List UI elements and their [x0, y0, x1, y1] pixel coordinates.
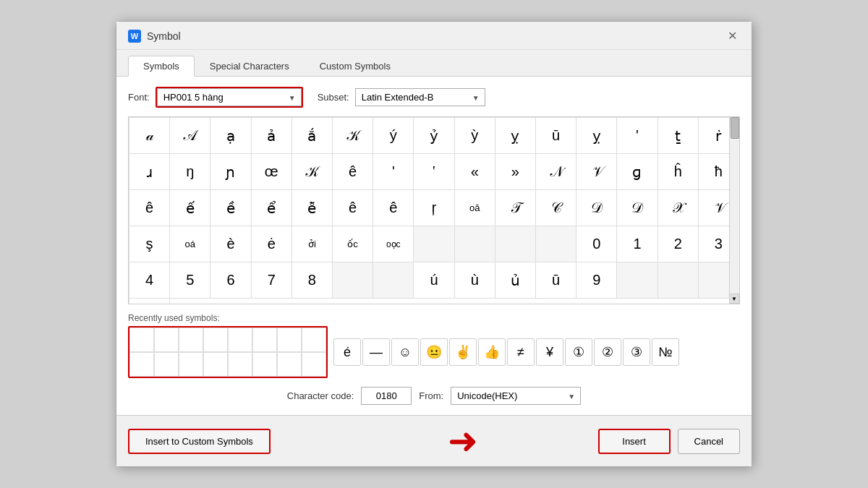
- char-cell[interactable]: ỳ: [455, 118, 495, 154]
- char-cell[interactable]: [414, 226, 454, 262]
- char-cell[interactable]: ú: [414, 262, 454, 299]
- char-cell[interactable]: 2: [658, 226, 699, 262]
- char-cell[interactable]: 1: [617, 226, 658, 262]
- char-cell[interactable]: oá: [170, 226, 210, 262]
- char-cell[interactable]: 𝒟: [576, 190, 617, 226]
- char-cell[interactable]: ɹ: [129, 154, 170, 190]
- font-select[interactable]: HP001 5 hàng: [157, 88, 302, 106]
- char-cell[interactable]: ỵ: [576, 118, 617, 154]
- char-cell[interactable]: 9: [576, 262, 617, 299]
- char-cell[interactable]: [536, 226, 576, 262]
- symbol-smile[interactable]: ☺: [391, 338, 419, 366]
- char-cell[interactable]: ŗ: [414, 190, 454, 226]
- char-cell[interactable]: ễ: [292, 190, 333, 226]
- symbol-numero[interactable]: №: [652, 338, 679, 366]
- symbol-neutral-face[interactable]: 😐: [420, 338, 448, 366]
- recent-cell[interactable]: [228, 328, 252, 352]
- char-cell[interactable]: ė: [252, 226, 292, 262]
- char-cell[interactable]: 7: [252, 262, 292, 299]
- char-cell[interactable]: [658, 262, 699, 299]
- symbol-yen[interactable]: ¥: [536, 338, 563, 366]
- char-cell[interactable]: «: [455, 154, 495, 190]
- char-cell[interactable]: oă: [455, 190, 495, 226]
- symbol-dash[interactable]: —: [362, 338, 390, 366]
- char-cell[interactable]: ù: [455, 262, 495, 299]
- recent-cell[interactable]: [252, 352, 277, 377]
- symbol-circle-1[interactable]: ①: [565, 338, 592, 366]
- recent-cell[interactable]: [277, 328, 302, 352]
- char-cell[interactable]: ốc: [333, 226, 373, 262]
- char-cell[interactable]: [617, 262, 658, 299]
- char-cell[interactable]: 𝒱: [576, 154, 617, 190]
- char-cell[interactable]: 𝒞: [536, 190, 576, 226]
- char-cell[interactable]: 𝒜: [170, 118, 210, 154]
- tab-symbols[interactable]: Symbols: [128, 56, 195, 77]
- char-cell[interactable]: ê: [333, 190, 373, 226]
- char-cell[interactable]: 5: [170, 262, 210, 299]
- tab-special-characters[interactable]: Special Characters: [195, 56, 305, 76]
- recent-cell[interactable]: [203, 352, 228, 377]
- recent-cell[interactable]: [154, 352, 179, 377]
- recent-cell[interactable]: [179, 352, 203, 377]
- char-cell[interactable]: ể: [252, 190, 292, 226]
- char-cell[interactable]: ɡ: [617, 154, 658, 190]
- symbol-e-acute[interactable]: é: [333, 338, 361, 366]
- char-cell[interactable]: 𝒩: [536, 154, 576, 190]
- char-cell[interactable]: ả: [252, 118, 292, 154]
- char-cell[interactable]: è: [210, 226, 251, 262]
- char-cell[interactable]: 𝒦: [333, 118, 373, 154]
- char-cell[interactable]: ŋ: [170, 154, 210, 190]
- char-cell[interactable]: ĥ: [658, 154, 699, 190]
- char-cell[interactable]: ế: [170, 190, 210, 226]
- close-button[interactable]: ✕: [725, 29, 740, 43]
- scroll-down-button[interactable]: ▼: [729, 294, 739, 304]
- recent-cell[interactable]: [154, 328, 179, 352]
- symbol-peace[interactable]: ✌: [449, 338, 477, 366]
- char-cell[interactable]: [495, 226, 536, 262]
- symbol-not-equal[interactable]: ≠: [507, 338, 535, 366]
- recent-cell[interactable]: [203, 328, 228, 352]
- from-select[interactable]: Unicode(HEX): [451, 387, 581, 405]
- char-cell[interactable]: ủ: [495, 262, 536, 299]
- char-cell[interactable]: ū: [536, 118, 576, 154]
- recent-cell[interactable]: [228, 352, 252, 377]
- char-cell[interactable]: 0: [576, 226, 617, 262]
- char-cell[interactable]: 𝒯: [495, 190, 536, 226]
- char-cell[interactable]: ê: [373, 190, 414, 226]
- char-cell[interactable]: [455, 226, 495, 262]
- char-cell[interactable]: »: [495, 154, 536, 190]
- char-cell[interactable]: ề: [210, 190, 251, 226]
- recent-cell[interactable]: [129, 328, 154, 352]
- char-cell[interactable]: ỵ: [495, 118, 536, 154]
- char-cell[interactable]: ū: [536, 262, 576, 299]
- char-cell[interactable]: [333, 262, 373, 299]
- char-cell[interactable]: ': [373, 154, 414, 190]
- symbol-thumbsup[interactable]: 👍: [478, 338, 506, 366]
- scrollbar-thumb[interactable]: [731, 117, 739, 139]
- char-cell[interactable]: 𝒶: [129, 118, 170, 154]
- char-cell[interactable]: 6: [210, 262, 251, 299]
- char-cell[interactable]: ṯ: [658, 118, 699, 154]
- symbol-circle-3[interactable]: ③: [623, 338, 650, 366]
- char-cell[interactable]: ê: [333, 154, 373, 190]
- char-code-input[interactable]: [361, 387, 412, 405]
- char-cell[interactable]: ạ: [210, 118, 251, 154]
- cancel-button[interactable]: Cancel: [678, 429, 740, 454]
- char-cell[interactable]: [373, 262, 414, 299]
- insert-to-custom-button[interactable]: Insert to Custom Symbols: [128, 429, 271, 454]
- char-cell[interactable]: œ: [252, 154, 292, 190]
- char-cell[interactable]: 𝒳: [658, 190, 699, 226]
- char-cell[interactable]: ò: [129, 299, 170, 304]
- char-cell[interactable]: ắ: [292, 118, 333, 154]
- char-cell[interactable]: ‛: [414, 154, 454, 190]
- char-cell[interactable]: 𝒟: [617, 190, 658, 226]
- char-cell[interactable]: ': [617, 118, 658, 154]
- recent-cell[interactable]: [179, 328, 203, 352]
- recent-cell[interactable]: [129, 352, 154, 377]
- recent-cell[interactable]: [277, 352, 302, 377]
- subset-select[interactable]: Latin Extended-B: [355, 88, 485, 106]
- recent-cell[interactable]: [302, 328, 326, 352]
- recent-cell[interactable]: [252, 328, 277, 352]
- char-cell[interactable]: ỷ: [414, 118, 454, 154]
- char-cell[interactable]: oọc: [373, 226, 414, 262]
